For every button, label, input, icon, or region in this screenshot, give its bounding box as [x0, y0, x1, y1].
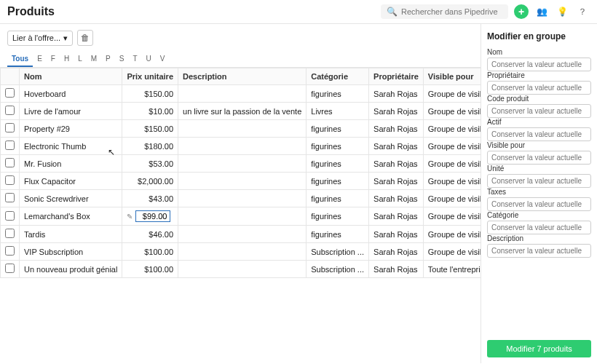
- cell-prop[interactable]: Sarah Rojas: [369, 85, 424, 103]
- cell-desc[interactable]: [178, 207, 307, 226]
- cell-vis[interactable]: Groupe de visibilité du propriétaire: [423, 103, 481, 120]
- col-description[interactable]: Description: [178, 68, 307, 85]
- col-propriétaire[interactable]: Propriétaire: [369, 68, 424, 85]
- cell-prop[interactable]: Sarah Rojas: [369, 207, 424, 226]
- cell-vis[interactable]: Groupe de visibilité du propriétaire: [423, 190, 481, 207]
- cell-cat[interactable]: figurines: [307, 120, 369, 138]
- cell-desc[interactable]: [178, 85, 307, 103]
- cell-prop[interactable]: Sarah Rojas: [369, 190, 424, 207]
- cell-nom[interactable]: Lemarchand's Box: [20, 207, 122, 226]
- cell-cat[interactable]: figurines: [307, 138, 369, 155]
- search-wrap[interactable]: 🔍: [381, 4, 508, 19]
- col-catégorie[interactable]: Catégorie: [307, 68, 369, 85]
- cell-prop[interactable]: Sarah Rojas: [369, 120, 424, 138]
- cell-desc[interactable]: [178, 261, 307, 278]
- col-nom[interactable]: Nom: [20, 68, 122, 85]
- row-checkbox[interactable]: [5, 175, 15, 185]
- cell-nom[interactable]: Hoverboard: [20, 85, 122, 103]
- cell-desc[interactable]: [178, 138, 307, 155]
- cell-nom[interactable]: Livre de l'amour: [20, 103, 122, 120]
- row-checkbox[interactable]: [5, 123, 15, 132]
- field-input[interactable]: [487, 127, 591, 141]
- alpha-v[interactable]: V: [156, 52, 170, 67]
- row-checkbox[interactable]: [5, 211, 15, 221]
- cell-desc[interactable]: [178, 243, 307, 261]
- alpha-t[interactable]: T: [128, 52, 141, 67]
- alpha-l[interactable]: L: [74, 52, 87, 67]
- alpha-p[interactable]: P: [101, 52, 115, 67]
- cell-nom[interactable]: Flux Capacitor: [20, 173, 122, 190]
- search-input[interactable]: [401, 7, 502, 16]
- cell-nom[interactable]: Electronic Thumb: [20, 138, 122, 155]
- cell-vis[interactable]: Groupe de visibilité du propriétaire: [423, 138, 481, 155]
- cell-desc[interactable]: [178, 173, 307, 190]
- cell-prix[interactable]: $180.00: [122, 138, 178, 155]
- alpha-u[interactable]: U: [142, 52, 156, 67]
- row-checkbox[interactable]: [5, 193, 15, 202]
- cell-vis[interactable]: Groupe de visibilité du propriétaire: [423, 243, 481, 261]
- alpha-f[interactable]: F: [47, 52, 60, 67]
- cell-cat[interactable]: Subscription ...: [307, 243, 369, 261]
- cell-vis[interactable]: Groupe de visibilité du propriétaire: [423, 155, 481, 173]
- row-checkbox[interactable]: [5, 106, 15, 115]
- cell-cat[interactable]: figurines: [307, 190, 369, 207]
- cell-cat[interactable]: figurines: [307, 85, 369, 103]
- cell-desc[interactable]: [178, 155, 307, 173]
- cell-prix[interactable]: $150.00: [122, 120, 178, 138]
- cell-prop[interactable]: Sarah Rojas: [369, 226, 424, 243]
- field-input[interactable]: [487, 221, 591, 234]
- cell-prix[interactable]: $10.00: [122, 103, 178, 120]
- cell-prop[interactable]: Sarah Rojas: [369, 173, 424, 190]
- cell-prix[interactable]: ✎: [122, 207, 178, 226]
- cell-desc[interactable]: [178, 190, 307, 207]
- cell-vis[interactable]: Groupe de visibilité du propriétaire: [423, 173, 481, 190]
- alpha-h[interactable]: H: [60, 52, 74, 67]
- cell-cat[interactable]: Livres: [307, 103, 369, 120]
- cell-prix[interactable]: $53.00: [122, 155, 178, 173]
- link-offer-dropdown[interactable]: Lier à l'offre... ▾: [7, 31, 73, 46]
- cell-nom[interactable]: Tardis: [20, 226, 122, 243]
- cell-vis[interactable]: Groupe de visibilité du propriétaire: [423, 207, 481, 226]
- field-input[interactable]: [487, 151, 591, 165]
- cell-vis[interactable]: Groupe de visibilité du propriétaire: [423, 120, 481, 138]
- field-input[interactable]: [487, 58, 591, 71]
- row-checkbox[interactable]: [5, 141, 15, 150]
- row-checkbox[interactable]: [5, 158, 15, 167]
- col-prix-unitaire[interactable]: Prix unitaire: [122, 68, 178, 85]
- alpha-tous[interactable]: Tous: [7, 52, 33, 67]
- submit-button[interactable]: Modifier 7 produits: [487, 340, 591, 357]
- alpha-e[interactable]: E: [33, 52, 47, 67]
- field-input[interactable]: [487, 81, 591, 95]
- row-checkbox[interactable]: [5, 264, 15, 273]
- cell-nom[interactable]: Un nouveau produit génial: [20, 261, 122, 278]
- col-visible-pour[interactable]: Visible pour: [423, 68, 481, 85]
- alpha-m[interactable]: M: [87, 52, 101, 67]
- cell-prop[interactable]: Sarah Rojas: [369, 103, 424, 120]
- help-icon[interactable]: ？: [575, 4, 590, 19]
- price-input[interactable]: [135, 210, 170, 222]
- field-input[interactable]: [487, 244, 591, 258]
- cell-desc[interactable]: [178, 120, 307, 138]
- cell-desc[interactable]: un livre sur la passion de la vente: [178, 103, 307, 120]
- row-checkbox[interactable]: [5, 229, 15, 238]
- cell-prix[interactable]: $150.00: [122, 85, 178, 103]
- cell-nom[interactable]: Sonic Screwdriver: [20, 190, 122, 207]
- cell-cat[interactable]: figurines: [307, 155, 369, 173]
- cell-vis[interactable]: Toute l'entreprise: [423, 261, 481, 278]
- cell-cat[interactable]: figurines: [307, 226, 369, 243]
- cell-nom[interactable]: Mr. Fusion: [20, 155, 122, 173]
- alpha-s[interactable]: S: [115, 52, 129, 67]
- cell-prop[interactable]: Sarah Rojas: [369, 155, 424, 173]
- cell-cat[interactable]: figurines: [307, 173, 369, 190]
- cell-nom[interactable]: Property #29: [20, 120, 122, 138]
- cell-cat[interactable]: Subscription ...: [307, 261, 369, 278]
- field-input[interactable]: [487, 174, 591, 188]
- cell-vis[interactable]: Groupe de visibilité du propriétaire: [423, 85, 481, 103]
- cell-prix[interactable]: $100.00: [122, 243, 178, 261]
- bulb-icon[interactable]: 💡: [555, 4, 569, 19]
- cell-cat[interactable]: figurines: [307, 207, 369, 226]
- cell-prix[interactable]: $100.00: [122, 261, 178, 278]
- cell-prix[interactable]: $2,000.00: [122, 173, 178, 190]
- cell-prop[interactable]: Sarah Rojas: [369, 243, 424, 261]
- cell-desc[interactable]: [178, 226, 307, 243]
